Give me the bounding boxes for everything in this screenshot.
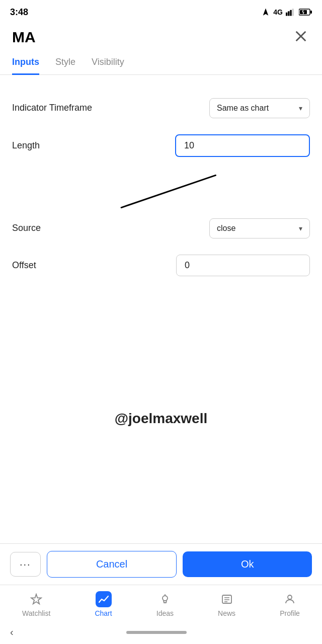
offset-row: Offset [12, 247, 310, 284]
header: MA [0, 22, 322, 52]
chart-icon [98, 593, 110, 605]
source-dropdown-arrow-icon: ▾ [299, 224, 302, 232]
watermark: @joelmaxwell [0, 390, 322, 437]
page-title: MA [12, 29, 36, 46]
indicator-timeframe-row: Indicator Timeframe Same as chart ▾ [12, 90, 310, 126]
more-button[interactable]: ··· [10, 552, 41, 577]
status-bar: 3:48 4G [0, 0, 322, 22]
profile-nav-icon [282, 591, 298, 607]
indicator-timeframe-label: Indicator Timeframe [12, 103, 92, 113]
length-label: Length [12, 140, 40, 151]
profile-nav-label: Profile [280, 609, 300, 617]
close-button[interactable] [292, 27, 310, 47]
chart-nav-icon [96, 591, 112, 607]
chart-nav-label: Chart [95, 609, 112, 617]
annotation-area [12, 170, 310, 210]
offset-input[interactable] [176, 255, 310, 276]
source-value: close [217, 224, 235, 233]
action-bar: ··· Cancel Ok [0, 543, 322, 585]
cancel-button[interactable]: Cancel [47, 551, 177, 578]
status-icons: 4G [261, 8, 312, 17]
tabs-bar: Inputs Style Visibility [0, 52, 322, 75]
nav-item-chart[interactable]: Chart [89, 589, 118, 619]
svg-point-10 [163, 596, 168, 601]
form-content: Indicator Timeframe Same as chart ▾ Leng… [0, 75, 322, 391]
ideas-nav-icon [157, 591, 173, 607]
tab-visibility[interactable]: Visibility [92, 52, 124, 75]
offset-label: Offset [12, 260, 36, 271]
svg-rect-3 [292, 9, 294, 16]
nav-item-watchlist[interactable]: Watchlist [16, 589, 56, 619]
svg-rect-2 [290, 10, 291, 16]
nav-item-news[interactable]: News [212, 589, 242, 619]
signal-4g: 4G [273, 8, 283, 16]
close-icon [294, 29, 308, 43]
source-row: Source close ▾ [12, 210, 310, 247]
back-button[interactable]: ‹ [10, 626, 14, 638]
status-time: 3:48 [10, 7, 28, 18]
length-row: Length [12, 126, 310, 165]
tab-inputs[interactable]: Inputs [12, 52, 39, 75]
bottom-nav: Watchlist Chart Ideas [0, 585, 322, 622]
gesture-bar: ‹ [0, 622, 322, 644]
battery-icon [299, 8, 312, 16]
svg-point-16 [288, 595, 292, 599]
dropdown-arrow-icon: ▾ [299, 104, 302, 112]
ideas-nav-label: Ideas [156, 609, 174, 617]
arrow-annotation [12, 170, 310, 210]
svg-line-9 [121, 175, 215, 207]
navigation-icon [261, 8, 270, 17]
ideas-icon [159, 593, 171, 605]
nav-item-ideas[interactable]: Ideas [150, 589, 180, 619]
watchlist-nav-icon [28, 591, 44, 607]
svg-rect-5 [310, 11, 312, 14]
news-icon [221, 593, 233, 605]
svg-rect-0 [286, 13, 287, 16]
star-icon [30, 593, 42, 605]
length-input[interactable] [175, 134, 310, 157]
gesture-pill [126, 631, 187, 634]
indicator-timeframe-dropdown[interactable]: Same as chart ▾ [209, 98, 310, 118]
source-label: Source [12, 223, 41, 233]
signal-icon [286, 8, 296, 17]
news-nav-label: News [218, 609, 235, 617]
watchlist-nav-label: Watchlist [22, 609, 50, 617]
ok-button[interactable]: Ok [183, 551, 312, 577]
indicator-timeframe-value: Same as chart [217, 104, 269, 113]
nav-item-profile[interactable]: Profile [274, 589, 306, 619]
profile-icon [284, 593, 296, 605]
svg-rect-1 [288, 11, 289, 16]
news-nav-icon [219, 591, 235, 607]
tab-style[interactable]: Style [55, 52, 75, 75]
source-dropdown[interactable]: close ▾ [209, 218, 310, 238]
